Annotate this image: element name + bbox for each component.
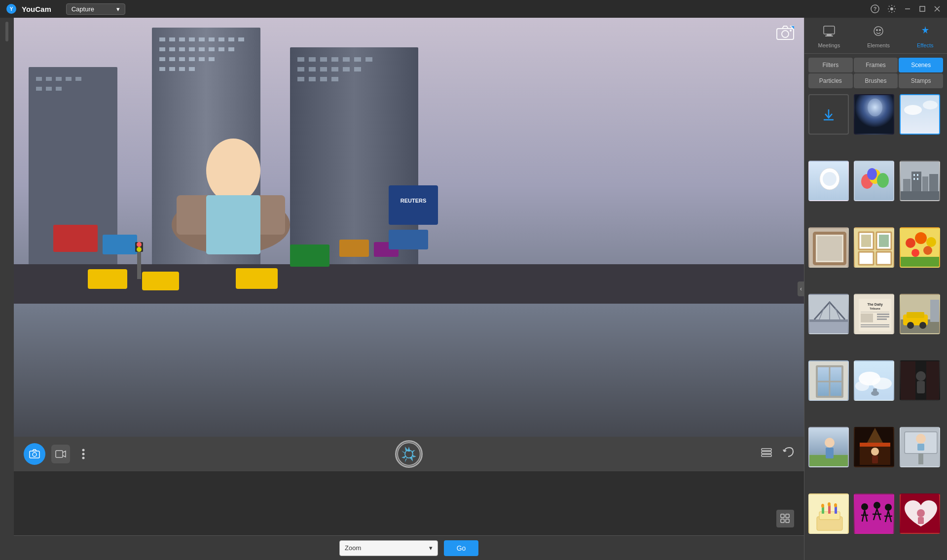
scene-item-newspaper[interactable]: The Daily Tribune bbox=[854, 294, 894, 334]
scene-item-frame1[interactable] bbox=[808, 227, 849, 268]
svg-rect-141 bbox=[876, 252, 891, 265]
svg-rect-29 bbox=[169, 57, 175, 61]
svg-point-146 bbox=[915, 232, 927, 244]
capture-dropdown[interactable]: Capture ▾ bbox=[66, 3, 125, 15]
svg-point-197 bbox=[871, 448, 879, 455]
minimize-button[interactable] bbox=[904, 5, 911, 13]
scene-background: REUTERS bbox=[14, 18, 804, 437]
svg-rect-186 bbox=[901, 361, 915, 401]
shutter-button[interactable] bbox=[395, 440, 423, 468]
svg-rect-42 bbox=[331, 57, 338, 62]
scene-item-city[interactable] bbox=[900, 161, 940, 201]
svg-point-107 bbox=[876, 29, 878, 31]
svg-rect-46 bbox=[297, 67, 304, 71]
svg-rect-14 bbox=[189, 37, 195, 41]
tab-effects[interactable]: Effects bbox=[912, 23, 938, 50]
scene-item-taxi[interactable] bbox=[900, 294, 940, 334]
svg-rect-101 bbox=[781, 519, 784, 523]
stamps-subtab[interactable]: Stamps bbox=[899, 73, 943, 88]
svg-rect-32 bbox=[199, 57, 205, 61]
scene-item-sky[interactable] bbox=[900, 94, 940, 135]
zoom-arrow: ▾ bbox=[429, 544, 433, 552]
go-button[interactable]: Go bbox=[444, 540, 478, 556]
svg-point-86 bbox=[782, 31, 789, 37]
video-record-button[interactable] bbox=[51, 445, 70, 463]
scene-item-bridge[interactable] bbox=[808, 294, 849, 334]
scene-item-outdoor[interactable] bbox=[808, 427, 849, 467]
controls-right bbox=[761, 447, 794, 461]
svg-rect-135 bbox=[817, 236, 842, 261]
svg-rect-189 bbox=[917, 381, 925, 393]
scene-item-heart[interactable] bbox=[900, 493, 940, 534]
svg-rect-104 bbox=[827, 34, 832, 35]
svg-rect-15 bbox=[199, 37, 205, 41]
scene-item-balloons[interactable] bbox=[854, 161, 894, 201]
zoom-dropdown[interactable]: Zoom ▾ bbox=[339, 540, 438, 556]
svg-rect-16 bbox=[209, 37, 215, 41]
main-layout: REUTERS bbox=[0, 18, 947, 560]
svg-rect-52 bbox=[297, 77, 304, 81]
right-panel: ‹ Meetings bbox=[804, 18, 947, 560]
collapse-panel-button[interactable]: ‹ bbox=[798, 281, 804, 296]
svg-rect-81 bbox=[236, 268, 278, 289]
svg-rect-198 bbox=[872, 455, 878, 463]
svg-point-108 bbox=[879, 29, 881, 31]
scene-item-balloon1[interactable] bbox=[808, 161, 849, 201]
layers-button[interactable] bbox=[761, 447, 772, 461]
scene-item-clouds[interactable] bbox=[854, 360, 894, 401]
svg-rect-142 bbox=[861, 235, 871, 247]
more-options-button[interactable] bbox=[76, 447, 91, 461]
svg-rect-97 bbox=[762, 452, 771, 454]
svg-rect-25 bbox=[209, 47, 215, 51]
filters-subtab[interactable]: Filters bbox=[808, 58, 853, 72]
undo-button[interactable] bbox=[782, 447, 794, 461]
restore-button[interactable] bbox=[918, 5, 926, 13]
scene-item-cake[interactable] bbox=[808, 493, 849, 534]
scene-item-gallery[interactable] bbox=[854, 227, 894, 268]
svg-rect-67 bbox=[103, 235, 137, 254]
scene-item-billboard[interactable] bbox=[900, 427, 940, 467]
scene-item-dance[interactable] bbox=[854, 493, 894, 534]
scenes-subtab[interactable]: Scenes bbox=[899, 58, 943, 72]
scene-item-curtain[interactable] bbox=[900, 360, 940, 401]
meetings-icon bbox=[823, 25, 836, 40]
svg-rect-98 bbox=[762, 455, 771, 456]
svg-rect-26 bbox=[219, 47, 224, 51]
svg-rect-44 bbox=[354, 57, 361, 62]
sidebar-handle[interactable] bbox=[5, 22, 8, 41]
capture-label: Capture bbox=[72, 5, 94, 13]
svg-rect-219 bbox=[918, 517, 924, 524]
particles-subtab[interactable]: Particles bbox=[808, 73, 853, 88]
svg-rect-196 bbox=[860, 443, 890, 447]
svg-point-114 bbox=[923, 101, 938, 109]
svg-rect-47 bbox=[309, 67, 316, 71]
svg-rect-21 bbox=[169, 47, 175, 51]
controls-bar bbox=[14, 437, 804, 471]
capture-arrow: ▾ bbox=[116, 5, 120, 13]
scene-item-window1[interactable] bbox=[808, 360, 849, 401]
scene-item-flowers[interactable] bbox=[900, 227, 940, 268]
camera-snapshot-icon[interactable] bbox=[776, 26, 794, 44]
svg-point-147 bbox=[926, 237, 936, 247]
svg-rect-162 bbox=[861, 314, 873, 322]
svg-rect-24 bbox=[199, 47, 205, 51]
svg-rect-90 bbox=[56, 451, 63, 457]
svg-rect-103 bbox=[824, 26, 835, 34]
scene-item-spotlight[interactable] bbox=[854, 94, 894, 135]
grid-view-button[interactable] bbox=[776, 510, 794, 527]
scene-item-theater[interactable] bbox=[854, 427, 894, 467]
brushes-subtab[interactable]: Brushes bbox=[854, 73, 898, 88]
svg-rect-36 bbox=[179, 67, 185, 71]
scene-item-download[interactable] bbox=[808, 94, 849, 135]
svg-rect-167 bbox=[861, 326, 889, 327]
tab-meetings[interactable]: Meetings bbox=[813, 23, 845, 50]
settings-icon[interactable] bbox=[887, 4, 897, 14]
svg-rect-208 bbox=[828, 505, 831, 514]
tab-elements[interactable]: Elements bbox=[862, 23, 895, 50]
elements-tab-label: Elements bbox=[867, 42, 890, 48]
close-button[interactable] bbox=[933, 5, 941, 13]
frames-subtab[interactable]: Frames bbox=[854, 58, 898, 72]
help-icon[interactable]: ? bbox=[870, 4, 880, 14]
svg-rect-156 bbox=[809, 322, 849, 334]
photo-capture-button[interactable] bbox=[24, 443, 45, 465]
